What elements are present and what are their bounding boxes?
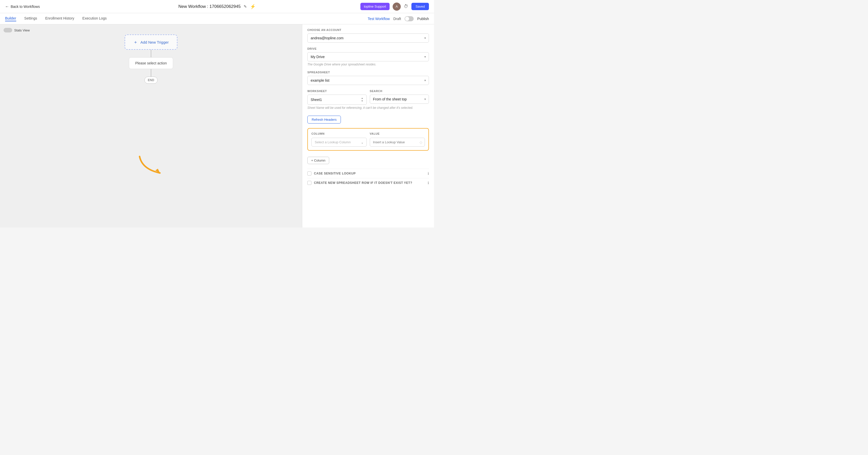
- refresh-section: Refresh Headers: [307, 114, 429, 124]
- navtabs-right: Test Workflow Draft Publish: [368, 16, 429, 21]
- topbar-right: topline Support A ⏱ Saved: [361, 3, 429, 11]
- lookup-value-input[interactable]: [370, 138, 425, 147]
- add-trigger-box[interactable]: ＋ Add New Trigger: [125, 34, 177, 50]
- avatar: A: [393, 3, 401, 11]
- sheet-hint: Sheet Name will be used for referencing,…: [307, 106, 429, 109]
- account-select[interactable]: andrea@topline.com: [307, 33, 429, 43]
- back-label: Back to Workflows: [11, 5, 40, 9]
- navtabs-left: Builder Settings Enrollment History Exec…: [5, 16, 106, 21]
- column-header-label: Column: [311, 132, 367, 135]
- lightning-icon: ⚡: [250, 4, 255, 9]
- stats-toggle-switch[interactable]: [4, 28, 12, 32]
- worksheet-col: Worksheet Sheet1 ▲ ▼: [307, 90, 367, 105]
- action-label: Please select action: [135, 61, 167, 65]
- tab-execution-logs[interactable]: Execution Logs: [83, 16, 107, 21]
- add-column-button[interactable]: + Column: [307, 157, 329, 164]
- spreadsheet-section: Spreadsheet example list: [307, 71, 429, 85]
- lookup-column-field: Select a Lookup Column: [311, 138, 367, 147]
- tab-builder[interactable]: Builder: [5, 16, 16, 21]
- edit-icon[interactable]: ✎: [244, 4, 247, 9]
- topbar-left: ← Back to Workflows: [5, 4, 40, 9]
- lookup-column-select[interactable]: Select a Lookup Column: [311, 138, 367, 147]
- plus-icon: ＋: [133, 39, 138, 45]
- search-select[interactable]: From of the sheet top: [370, 95, 429, 104]
- worksheet-label: Worksheet: [307, 90, 367, 93]
- saved-button[interactable]: Saved: [411, 3, 429, 10]
- search-label: Search: [370, 90, 429, 93]
- create-new-row-label: Create New Spreadsheet Row If It Doesn't…: [314, 181, 425, 185]
- canvas-content: ＋ Add New Trigger Please select action E…: [125, 34, 177, 84]
- topbar: ← Back to Workflows New Workflow : 17066…: [0, 0, 434, 13]
- main-content: Stats View ＋ Add New Trigger Please sele…: [0, 24, 434, 228]
- worksheet-stepper[interactable]: Sheet1 ▲ ▼: [307, 95, 367, 105]
- case-sensitive-row: Case Sensitive Lookup ℹ: [307, 169, 429, 178]
- workflow-title: New Workflow : 1706652062945: [179, 4, 241, 9]
- create-new-row-info-icon[interactable]: ℹ: [428, 181, 429, 185]
- choose-account-label: Choose an Account: [307, 28, 429, 31]
- tab-enrollment-history[interactable]: Enrollment History: [45, 16, 74, 21]
- lookup-value-field: ◇: [370, 138, 425, 147]
- spreadsheet-select-wrapper: example list: [307, 76, 429, 85]
- stats-label: Stats View: [14, 28, 30, 32]
- spreadsheet-label: Spreadsheet: [307, 71, 429, 74]
- end-node: END: [145, 76, 158, 84]
- worksheet-value: Sheet1: [311, 98, 322, 102]
- col-value-row: Select a Lookup Column ◇: [311, 138, 425, 147]
- tab-settings[interactable]: Settings: [24, 16, 37, 21]
- arrow-annotation: [137, 154, 167, 177]
- worksheet-search-row: Worksheet Sheet1 ▲ ▼ Search From of the …: [307, 90, 429, 105]
- drive-section: Drive My Drive The Google Drive where yo…: [307, 47, 429, 66]
- back-arrow-icon: ←: [5, 4, 9, 9]
- create-new-row-row: Create New Spreadsheet Row If It Doesn't…: [307, 178, 429, 188]
- publish-button[interactable]: Publish: [417, 17, 429, 21]
- topbar-center: New Workflow : 1706652062945 ✎ ⚡: [179, 4, 255, 9]
- diamond-icon: ◇: [420, 140, 422, 144]
- connector-line-1: [151, 50, 151, 57]
- search-col: Search From of the sheet top: [370, 90, 429, 105]
- case-sensitive-info-icon[interactable]: ℹ: [428, 171, 429, 175]
- navtabs: Builder Settings Enrollment History Exec…: [0, 13, 434, 24]
- value-header-label: Value: [370, 132, 425, 135]
- drive-label: Drive: [307, 47, 429, 50]
- draft-label: Draft: [393, 17, 401, 21]
- drive-select[interactable]: My Drive: [307, 52, 429, 61]
- account-select-wrapper: andrea@topline.com: [307, 33, 429, 43]
- draft-toggle[interactable]: [405, 16, 414, 21]
- history-icon[interactable]: ⏱: [404, 4, 408, 9]
- worksheet-section: Worksheet Sheet1 ▲ ▼ Search From of the …: [307, 90, 429, 109]
- account-section: Choose an Account andrea@topline.com: [307, 28, 429, 43]
- trigger-label: Add New Trigger: [141, 40, 169, 44]
- right-panel: Choose an Account andrea@topline.com Dri…: [302, 24, 434, 228]
- stepper-down-icon[interactable]: ▼: [361, 100, 364, 102]
- search-select-wrapper: From of the sheet top: [370, 95, 429, 104]
- svg-marker-0: [155, 169, 160, 173]
- action-box[interactable]: Please select action: [129, 57, 173, 69]
- connector-line-2: [151, 69, 151, 76]
- workflow-canvas: Stats View ＋ Add New Trigger Please sele…: [0, 24, 302, 228]
- stats-toggle: Stats View: [4, 28, 30, 32]
- drive-select-wrapper: My Drive: [307, 52, 429, 61]
- back-button[interactable]: ← Back to Workflows: [5, 4, 40, 9]
- drive-hint: The Google Drive where your spreadsheet …: [307, 63, 429, 66]
- col-value-header: Column Value: [311, 132, 425, 135]
- case-sensitive-label: Case Sensitive Lookup: [314, 172, 425, 175]
- add-column-section: + Column: [307, 154, 429, 164]
- spreadsheet-select[interactable]: example list: [307, 76, 429, 85]
- stepper-up-icon[interactable]: ▲: [361, 97, 364, 99]
- case-sensitive-checkbox[interactable]: [307, 171, 311, 175]
- end-label: END: [148, 78, 154, 82]
- column-value-section: Column Value Select a Lookup Column ◇: [307, 128, 429, 151]
- support-button[interactable]: topline Support: [361, 3, 390, 10]
- stepper-arrows: ▲ ▼: [361, 97, 364, 102]
- test-workflow-button[interactable]: Test Workflow: [368, 17, 390, 21]
- create-new-row-checkbox[interactable]: [307, 181, 311, 185]
- refresh-headers-button[interactable]: Refresh Headers: [307, 116, 341, 124]
